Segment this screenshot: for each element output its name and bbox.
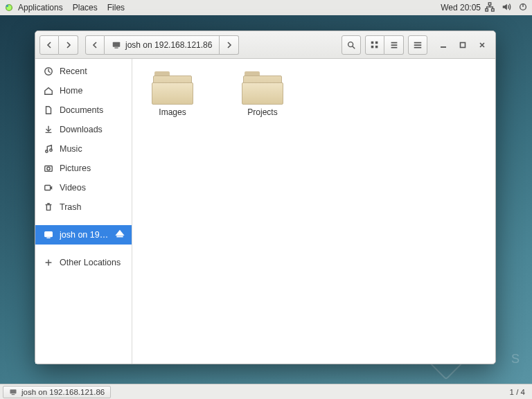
svg-point-18: [47, 167, 50, 170]
path-segment-current[interactable]: josh on 192.168.121.86: [105, 35, 220, 55]
titlebar: josh on 192.168.121.86: [35, 31, 495, 59]
sidebar-item-pictures[interactable]: Pictures: [35, 159, 132, 178]
sidebar-item-label: josh on 192....: [60, 230, 109, 240]
nav-buttons: [39, 35, 78, 55]
music-icon: [44, 144, 53, 154]
sidebar-item-label: Music: [60, 144, 82, 154]
svg-rect-21: [10, 389, 17, 393]
menu-files[interactable]: Files: [107, 3, 125, 12]
svg-rect-13: [461, 42, 466, 47]
clock-icon: [44, 66, 53, 76]
forward-button[interactable]: [59, 35, 78, 55]
sidebar-item-other-locations[interactable]: Other Locations: [35, 253, 132, 272]
minimize-button[interactable]: [438, 40, 448, 50]
svg-rect-3: [486, 8, 488, 11]
computer-icon: [112, 40, 121, 50]
hamburger-menu-button[interactable]: [408, 35, 427, 55]
power-icon[interactable]: [518, 2, 528, 14]
computer-icon: [9, 388, 17, 396]
computer-icon: [44, 230, 53, 240]
folder-label: Images: [159, 107, 186, 117]
sidebar-item-label: Pictures: [60, 163, 91, 173]
search-button[interactable]: [342, 35, 361, 55]
sidebar-item-label: Videos: [60, 183, 86, 193]
distro-logo-icon: [4, 3, 14, 12]
path-prev-button[interactable]: [85, 35, 105, 55]
menu-places[interactable]: Places: [73, 3, 98, 12]
path-label: josh on 192.168.121.86: [125, 40, 212, 50]
menu-applications[interactable]: Applications: [18, 3, 63, 12]
folder-item[interactable]: Projects: [235, 70, 290, 117]
svg-point-8: [348, 42, 353, 46]
video-icon: [44, 183, 53, 193]
workspace-indicator[interactable]: 1 / 4: [510, 388, 525, 396]
system-tray: [485, 2, 528, 14]
sidebar-item-trash[interactable]: Trash: [35, 197, 132, 217]
folder-item[interactable]: Images: [145, 70, 200, 117]
view-switcher: [365, 35, 404, 55]
eject-icon[interactable]: [115, 229, 125, 241]
folder-icon: [242, 70, 283, 105]
sidebar-item-recent[interactable]: Recent: [35, 62, 132, 81]
download-icon: [44, 125, 53, 134]
home-icon: [44, 86, 53, 96]
sidebar-item-label: Documents: [60, 105, 103, 115]
bottom-panel: josh on 192.168.121.86 1 / 4: [0, 384, 532, 399]
trash-icon: [44, 202, 53, 212]
window-controls: [438, 40, 487, 50]
sidebar: Recent Home Documents Downloads Music Pi…: [35, 59, 132, 364]
svg-rect-20: [45, 232, 53, 237]
volume-icon[interactable]: [502, 2, 511, 14]
maximize-button[interactable]: [458, 40, 468, 50]
svg-rect-7: [114, 47, 118, 48]
sidebar-item-home[interactable]: Home: [35, 81, 132, 100]
sidebar-item-music[interactable]: Music: [35, 139, 132, 159]
svg-rect-10: [375, 41, 378, 44]
sidebar-item-remote[interactable]: josh on 192....: [35, 225, 132, 245]
svg-rect-2: [488, 2, 491, 5]
top-panel: Applications Places Files Wed 20:05: [0, 0, 532, 15]
view-list-button[interactable]: [384, 35, 404, 55]
clock[interactable]: Wed 20:05: [441, 3, 481, 12]
view-grid-button[interactable]: [365, 35, 384, 55]
sidebar-item-label: Other Locations: [60, 258, 121, 267]
sidebar-item-videos[interactable]: Videos: [35, 178, 132, 197]
svg-rect-12: [375, 45, 378, 48]
file-manager-window: josh on 192.168.121.86 Recent Home: [35, 30, 496, 364]
plus-icon: [44, 258, 53, 267]
sidebar-item-documents[interactable]: Documents: [35, 100, 132, 120]
close-button[interactable]: [477, 40, 487, 50]
sidebar-item-label: Downloads: [60, 125, 103, 134]
folder-icon: [152, 70, 193, 105]
svg-point-16: [50, 149, 53, 152]
taskbar-window-button[interactable]: josh on 192.168.121.86: [3, 386, 111, 398]
svg-rect-22: [12, 394, 15, 395]
svg-point-1: [6, 5, 9, 8]
sidebar-item-label: Recent: [60, 66, 87, 76]
sidebar-item-label: Home: [60, 86, 82, 96]
folder-label: Projects: [247, 107, 277, 117]
svg-point-15: [46, 150, 48, 153]
top-menus: Applications Places Files: [18, 3, 125, 12]
svg-rect-19: [45, 186, 51, 190]
svg-rect-9: [371, 41, 374, 44]
document-icon: [44, 105, 53, 115]
svg-rect-11: [371, 45, 374, 48]
taskbar-window-label: josh on 192.168.121.86: [21, 388, 105, 396]
folder-view[interactable]: Images Projects: [132, 59, 495, 364]
camera-icon: [44, 163, 53, 173]
network-icon[interactable]: [485, 2, 495, 14]
path-next-button[interactable]: [220, 35, 239, 55]
svg-rect-4: [492, 8, 495, 11]
sidebar-item-downloads[interactable]: Downloads: [35, 120, 132, 139]
svg-rect-6: [113, 42, 121, 46]
path-bar: josh on 192.168.121.86: [85, 35, 239, 55]
sidebar-item-label: Trash: [60, 202, 82, 212]
back-button[interactable]: [39, 35, 59, 55]
